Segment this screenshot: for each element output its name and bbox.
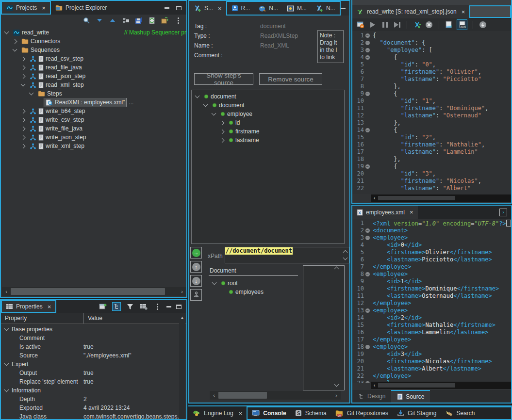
tree-item[interactable]: write_json_step bbox=[1, 133, 186, 142]
chevron-right-icon[interactable] bbox=[220, 138, 225, 143]
spinner-down-icon[interactable] bbox=[343, 256, 347, 260]
chevron-down-icon[interactable] bbox=[4, 388, 9, 392]
fold-minus-icon[interactable]: − bbox=[365, 308, 370, 313]
fold-minus-icon[interactable]: − bbox=[365, 164, 370, 169]
value-column-header[interactable]: Value bbox=[84, 315, 102, 322]
scroll-thumb[interactable] bbox=[378, 196, 455, 200]
scroll-thumb[interactable] bbox=[378, 383, 455, 388]
overflow-menu-icon[interactable] bbox=[153, 302, 162, 311]
fold-marker-icon[interactable]: − bbox=[364, 380, 371, 383]
property-row[interactable]: Base properties bbox=[1, 325, 186, 334]
fold-minus-icon[interactable]: − bbox=[365, 272, 370, 276]
overflow-menu-icon[interactable] bbox=[174, 16, 182, 25]
fold-marker-icon[interactable]: − bbox=[364, 234, 371, 242]
chevron-down-icon[interactable] bbox=[4, 326, 9, 331]
collapse-all-icon[interactable] bbox=[95, 16, 104, 25]
property-row[interactable]: Information bbox=[1, 386, 186, 395]
chevron-right-icon[interactable] bbox=[21, 117, 26, 122]
fold-marker-icon[interactable]: − bbox=[364, 271, 371, 278]
fold-minus-icon[interactable]: − bbox=[365, 33, 370, 38]
maximize-icon[interactable] bbox=[176, 305, 182, 309]
tree-item[interactable]: read_xml_step bbox=[1, 81, 186, 89]
scroll-left-icon[interactable]: ‹ bbox=[2, 287, 11, 296]
tab-schema[interactable]: S Schema bbox=[291, 407, 331, 419]
chevron-right-icon[interactable] bbox=[220, 120, 225, 125]
close-icon[interactable]: × bbox=[462, 8, 465, 16]
minimize-icon[interactable] bbox=[165, 7, 169, 9]
chevron-right-icon[interactable] bbox=[21, 126, 26, 131]
json-hscrollbar[interactable]: ‹ bbox=[371, 194, 511, 202]
fold-minus-icon[interactable]: − bbox=[365, 381, 370, 383]
tab-new-sequence[interactable]: N... bbox=[311, 2, 340, 15]
chevron-down-icon[interactable] bbox=[203, 102, 208, 107]
play-icon[interactable] bbox=[368, 20, 377, 29]
property-column-header[interactable]: Property bbox=[1, 313, 84, 323]
minimize-icon[interactable] bbox=[166, 306, 171, 307]
projects-hscrollbar[interactable]: ‹ › bbox=[2, 287, 186, 296]
tab-project-explorer[interactable]: Project Explorer bbox=[51, 1, 111, 15]
chevron-right-icon[interactable] bbox=[21, 74, 26, 79]
close-icon[interactable]: × bbox=[410, 209, 413, 216]
tree-item[interactable]: Connectors bbox=[1, 37, 186, 46]
scroll-left-icon[interactable]: ‹ bbox=[210, 391, 218, 400]
sync-package-icon[interactable] bbox=[161, 16, 169, 25]
tab-git-repositories[interactable]: GIT Git Repositories bbox=[331, 407, 393, 419]
fold-minus-icon[interactable]: − bbox=[365, 228, 370, 233]
json-view-icon[interactable]: JSON bbox=[457, 19, 467, 30]
chevron-right-icon[interactable] bbox=[13, 39, 17, 44]
show-step-source-button[interactable]: Show step's source bbox=[194, 73, 253, 85]
chevron-right-icon[interactable] bbox=[21, 144, 26, 148]
fold-marker-icon[interactable]: − bbox=[364, 343, 371, 351]
xpath-input[interactable]: //document/document bbox=[225, 247, 349, 263]
fold-marker-icon[interactable]: − bbox=[364, 307, 371, 314]
chevron-down-icon[interactable] bbox=[212, 111, 216, 116]
chevron-down-icon[interactable] bbox=[13, 47, 17, 52]
chevron-down-icon[interactable] bbox=[21, 82, 26, 87]
tree-item[interactable]: read_json_step bbox=[1, 72, 186, 81]
fold-minus-icon[interactable]: − bbox=[365, 236, 370, 240]
xpath-spinner[interactable] bbox=[341, 247, 349, 263]
scroll-thumb[interactable] bbox=[218, 392, 267, 399]
tab-reference[interactable]: R... bbox=[227, 2, 255, 15]
close-icon[interactable]: × bbox=[218, 5, 222, 12]
property-row[interactable]: Expert bbox=[1, 360, 186, 369]
tree-item[interactable]: document bbox=[192, 92, 344, 101]
tab-json-editor[interactable]: read_write [S: read_xml_step].json × bbox=[352, 5, 469, 18]
tree-item[interactable]: Sequences bbox=[1, 46, 186, 54]
link-editor-icon[interactable] bbox=[121, 16, 130, 25]
chevron-down-icon[interactable] bbox=[212, 280, 217, 285]
tree-mode-icon[interactable] bbox=[112, 302, 121, 311]
property-row[interactable]: Replace 'step' elementtrue bbox=[1, 377, 186, 386]
download-icon[interactable] bbox=[479, 20, 487, 29]
tab-palette[interactable]: N... bbox=[254, 2, 282, 15]
anchor-button[interactable] bbox=[190, 289, 202, 301]
fold-minus-icon[interactable]: − bbox=[365, 345, 370, 349]
chevron-right-icon[interactable] bbox=[220, 129, 225, 134]
tree-item[interactable]: employee bbox=[192, 110, 344, 118]
scroll-left-icon[interactable]: ‹ bbox=[371, 383, 378, 388]
minimize-icon[interactable] bbox=[341, 8, 346, 9]
fold-marker-icon[interactable]: − bbox=[364, 127, 371, 134]
filter-icon[interactable] bbox=[126, 302, 134, 311]
tree-item[interactable]: write_file_java bbox=[1, 124, 186, 133]
scroll-down-icon[interactable] bbox=[334, 382, 339, 387]
spinner-up-icon[interactable] bbox=[343, 250, 347, 255]
property-row[interactable]: Depth2 bbox=[1, 395, 186, 404]
chevron-right-icon[interactable] bbox=[21, 135, 26, 140]
scroll-right-icon[interactable]: › bbox=[332, 391, 341, 400]
tab-search[interactable]: Search bbox=[441, 407, 479, 419]
chevron-down-icon[interactable] bbox=[195, 94, 200, 98]
expand-all-icon[interactable] bbox=[108, 16, 117, 25]
json-code[interactable]: 1−{2− "document": {3− "employee": [4− {5… bbox=[352, 31, 511, 194]
tree-item[interactable]: document bbox=[192, 101, 344, 110]
xml-hscrollbar[interactable]: ‹ bbox=[371, 382, 511, 389]
picker-hscrollbar[interactable]: ‹ › bbox=[210, 391, 341, 400]
tree-item[interactable]: id bbox=[192, 118, 344, 127]
tab-source-picker[interactable]: S... × bbox=[189, 1, 226, 16]
tree-item[interactable]: read_write// Mashup Sequencer pr bbox=[1, 28, 186, 37]
property-row[interactable]: Source".//employees.xml" bbox=[1, 351, 186, 360]
chevron-down-icon[interactable] bbox=[29, 91, 34, 96]
tree-item[interactable]: write_b64_step bbox=[1, 107, 186, 115]
tree-item[interactable]: read_csv_step bbox=[1, 54, 186, 63]
run-config-icon[interactable] bbox=[356, 20, 365, 29]
